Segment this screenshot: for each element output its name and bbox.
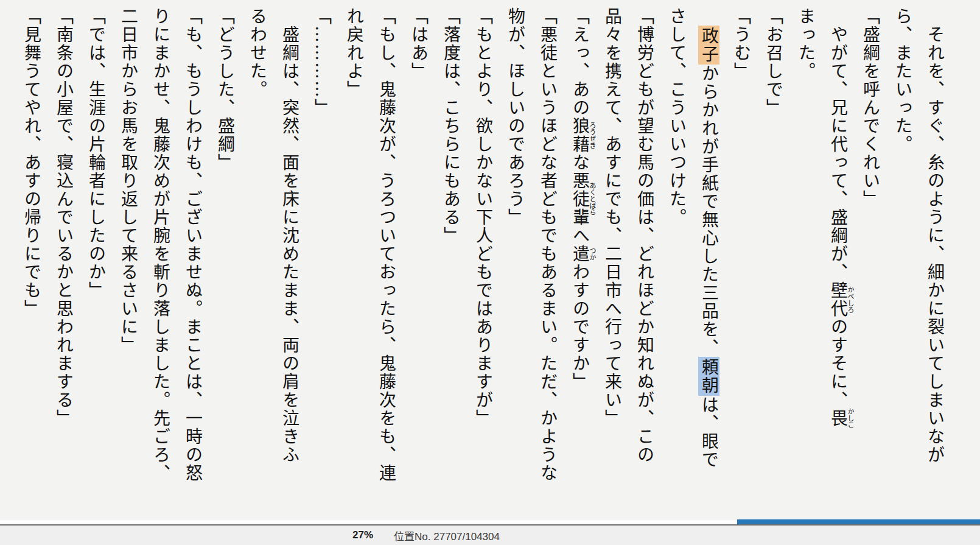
reader-window: それを、すぐ、糸のように、細かに裂いてしまいながら、またいった。「盛綱を呼んでく… [0,0,980,545]
highlighted-word[interactable]: 頼朝 [698,357,719,396]
text-column: ら、またいった。 [886,7,919,494]
text-column: 「もとより、欲しかない下人どもではありますが」 [467,7,499,494]
reading-progress-bar[interactable] [0,519,980,526]
text-column: 「も、もうしわけも、ございませぬ。まことは、一時の怒 [177,7,209,494]
text-column: 「博労どもが望む馬の価は、どれほどか知れぬが、この [628,7,660,494]
text-column: 「どうした、盛綱」 [209,7,241,494]
text-column: 品々を携えて、あすにでも、二日市へ行って来い」 [596,7,628,494]
text-column: れ戻れよ」 [338,7,370,494]
text-column: 「うむ」 [725,7,757,494]
text-column: 「南条の小屋で、寝込んでいるかと思われまする」 [47,7,80,494]
text-column: 物が、ほしいのであろう」 [499,7,531,494]
status-bar: 27% 位置No. 27707/104304 [0,526,980,545]
text-column: やがて、兄に代って、盛綱が、壁代かべしろのすそに、畏かしこ [822,7,854,494]
text-column: 政子からかれが手紙で無心した三品を、頼朝は、眼で [693,7,725,494]
book-page[interactable]: それを、すぐ、糸のように、細かに裂いてしまいながら、またいった。「盛綱を呼んでく… [10,7,951,494]
text-column: るわせた。 [241,7,273,494]
text-column: 「見舞うてやれ、あすの帰りにでも」 [15,7,47,494]
ruby-annotated-word: 遣つか [570,245,590,263]
text-column: 「…………」 [306,7,338,494]
text-column: 「では、生涯の片輪者にしたのか」 [80,7,112,494]
text-column: りにまかせ、鬼藤次めが片腕を斬り落しました。先ごろ、 [144,7,177,494]
text-column: 「盛綱を呼んでくれい」 [854,7,886,494]
text-column: それを、すぐ、糸のように、細かに裂いてしまいなが [919,7,951,494]
text-column: 「えっ、あの狼藉ろうぜきな悪徒輩あくとばらへ遣つかわすのですか」 [564,7,596,494]
text-column: 「悪徒というほどな者どもでもあるまい。ただ、かような [531,7,564,494]
text-column: 「落度は、こちらにもある」 [435,7,467,494]
progress-percent-label: 27% [352,529,373,541]
position-number-label: 位置No. 27707/104304 [394,528,500,543]
reading-progress-fill [737,519,980,524]
ruby-annotated-word: 悪徒輩あくとばら [570,172,590,227]
text-column: 盛綱は、突然、面を床に沈めたまま、両の肩を泣きふ [273,7,306,494]
text-column: 「はあ」 [402,7,435,494]
text-column: 二日市からお馬を取り返して来るさいに」 [112,7,144,494]
text-column: まった。 [789,7,822,494]
ruby-annotated-word: 壁代かべしろ [828,281,848,318]
text-column: さして、こういいつけた。 [660,7,693,494]
text-column: 「もし、鬼藤次が、うろついておったら、鬼藤次をも、連 [370,7,402,494]
status-inner: 27% 位置No. 27707/104304 [352,528,500,543]
highlighted-word[interactable]: 政子 [698,26,719,65]
text-column: 「お召しで」 [757,7,789,494]
ruby-annotated-word: 狼藉ろうぜき [570,117,590,153]
ruby-annotated-word: 畏かしこ [828,409,848,429]
